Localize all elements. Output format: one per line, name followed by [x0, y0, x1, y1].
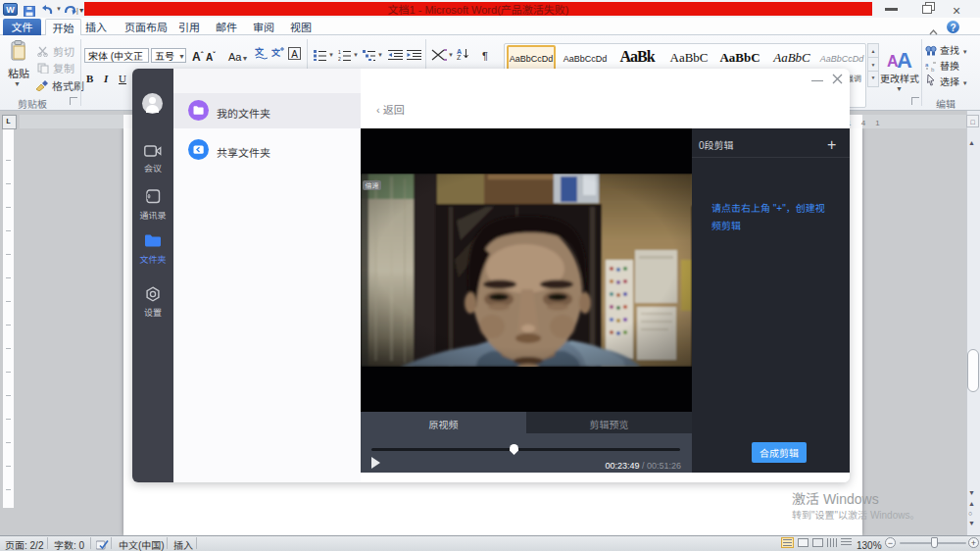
svg-text:b: b	[931, 65, 935, 72]
svg-text:Z: Z	[457, 52, 462, 60]
svg-text:2: 2	[338, 56, 341, 61]
svg-text:文: 文	[255, 46, 265, 58]
svg-text:文: 文	[271, 46, 281, 59]
svg-text:a: a	[925, 61, 929, 69]
svg-text:1: 1	[338, 49, 341, 55]
